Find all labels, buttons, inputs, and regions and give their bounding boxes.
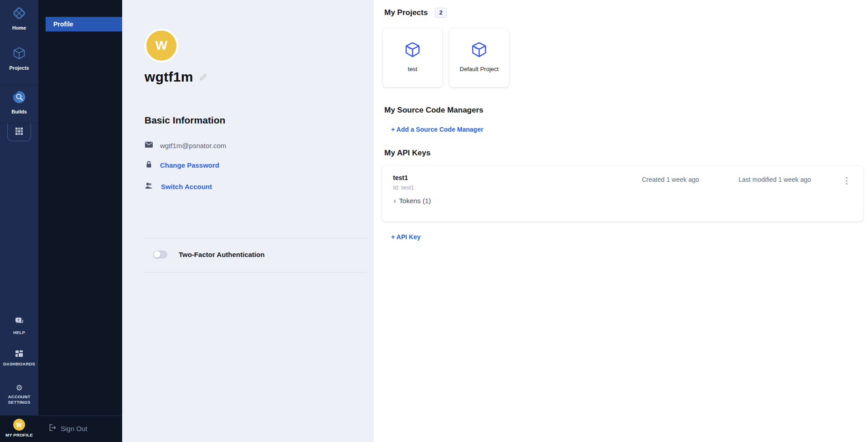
project-name: Default Project [460, 66, 498, 72]
sign-out-icon [48, 424, 56, 433]
sign-out-button[interactable]: Sign Out [48, 424, 122, 433]
user-avatar: W [13, 419, 25, 431]
project-name: test [408, 66, 418, 72]
sidebar-item-label: Home [12, 25, 26, 31]
svg-text:?: ? [17, 318, 20, 322]
main-panel: My Projects 2 test [374, 0, 868, 442]
email-row: wgtf1m@psnator.com [145, 141, 226, 149]
sidebar-item-account-settings[interactable]: ⚙ ACCOUNT SETTINGS [0, 384, 38, 405]
secondary-sidebar: Profile Sign Out [38, 0, 122, 442]
sidebar-item-builds[interactable]: Builds [0, 89, 38, 114]
sidebar-item-my-profile[interactable]: W MY PROFILE [0, 416, 38, 442]
project-cube-icon [403, 40, 422, 61]
projects-count-badge: 2 [435, 8, 446, 18]
kebab-menu-icon[interactable] [844, 175, 849, 189]
sidebar-item-help[interactable]: ? HELP [0, 317, 38, 335]
profile-panel: W wgtf1m Basic Information wgtf1m@psnato… [122, 0, 374, 442]
profile-avatar: W [145, 29, 178, 62]
my-projects-title: My Projects [384, 8, 428, 17]
projects-icon [11, 46, 27, 63]
switch-account-icon [145, 182, 154, 191]
sidebar-item-dashboards[interactable]: DASHBOARDS [0, 350, 38, 367]
gear-icon: ⚙ [16, 384, 22, 392]
chevron-right-icon: › [393, 197, 396, 205]
change-password-link[interactable]: Change Password [160, 161, 219, 169]
apps-grid-icon [15, 127, 23, 137]
email-value: wgtf1m@psnator.com [160, 142, 226, 149]
lock-icon [145, 160, 153, 170]
projects-cards-row: test Default Project [383, 29, 509, 87]
divider [145, 272, 367, 272]
add-scm-link[interactable]: + Add a Source Code Manager [391, 126, 483, 133]
change-password-row: Change Password [145, 160, 219, 170]
help-icon: ? [14, 317, 24, 328]
builds-icon [11, 89, 27, 107]
primary-sidebar: Home Projects [0, 0, 38, 442]
api-key-id: Id: test1 [393, 184, 414, 191]
pencil-icon [199, 73, 207, 82]
basic-information-title: Basic Information [145, 115, 225, 126]
tokens-expander[interactable]: › Tokens (1) [393, 197, 431, 205]
sidebar-item-projects[interactable]: Projects [0, 46, 38, 71]
switch-account-link[interactable]: Switch Account [161, 183, 212, 190]
sidebar-item-label: HELP [13, 330, 25, 335]
add-api-key-link[interactable]: + API Key [391, 233, 420, 241]
two-factor-label: Two-Factor Authentication [179, 251, 264, 258]
subnav-footer: Sign Out [38, 416, 122, 442]
home-icon [11, 5, 27, 23]
sidebar-item-label: ACCOUNT SETTINGS [5, 394, 33, 405]
scm-section-title: My Source Code Managers [384, 106, 483, 115]
project-card[interactable]: test [383, 29, 442, 87]
dashboards-icon [15, 350, 23, 359]
sidebar-item-home[interactable]: Home [0, 5, 38, 31]
sidebar-item-label: Projects [9, 65, 29, 71]
switch-account-row: Switch Account [145, 182, 212, 191]
api-key-created: Created 1 week ago [642, 176, 699, 183]
project-cube-icon [470, 40, 489, 61]
api-key-card: test1 Id: test1 › Tokens (1) Created 1 w… [382, 166, 863, 221]
sidebar-item-label: DASHBOARDS [3, 361, 35, 367]
project-card[interactable]: Default Project [450, 29, 509, 87]
subnav-item-label: Profile [53, 21, 73, 28]
api-key-modified: Last modified 1 week ago [739, 176, 811, 183]
sidebar-item-label: MY PROFILE [5, 432, 33, 438]
toggle-knob [154, 251, 160, 258]
sidebar-item-label: Builds [11, 109, 27, 114]
tokens-label: Tokens (1) [399, 197, 431, 205]
subnav-item-profile[interactable]: Profile [46, 17, 122, 31]
username-text: wgtf1m [145, 69, 193, 85]
apps-launcher-button[interactable] [7, 123, 31, 141]
sign-out-label: Sign Out [61, 425, 87, 432]
email-icon [145, 141, 153, 149]
two-factor-toggle[interactable] [153, 251, 167, 258]
divider [145, 238, 367, 238]
api-keys-section-title: My API Keys [384, 149, 430, 158]
edit-username-button[interactable] [199, 73, 207, 82]
two-factor-row: Two-Factor Authentication [153, 251, 264, 258]
sidebar-divider [0, 85, 38, 85]
api-key-name: test1 [393, 174, 408, 181]
